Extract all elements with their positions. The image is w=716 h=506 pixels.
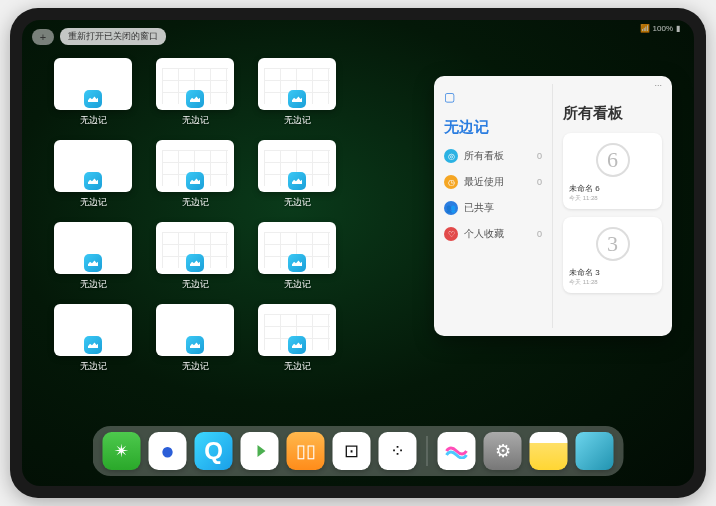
reopen-closed-window-button[interactable]: 重新打开已关闭的窗口 (60, 28, 166, 45)
window-thumbnail[interactable] (156, 58, 234, 110)
panel-sidebar: ▢ 无边记 ◎所有看板0◷最近使用0👥已共享♡个人收藏0 (434, 84, 553, 328)
board-card[interactable]: 6未命名 6今天 11:28 (563, 133, 662, 209)
ipad-screen: 📶 100% ▮ + 重新打开已关闭的窗口 无边记无边记无边记无边记无边记无边记… (22, 20, 694, 486)
new-window-button[interactable]: + (32, 29, 54, 45)
nav-icon: ♡ (444, 227, 458, 241)
app-window[interactable]: 无边记 (152, 140, 238, 212)
nav-count: 0 (537, 229, 542, 239)
window-label: 无边记 (182, 360, 209, 373)
sidebar-item[interactable]: ◎所有看板0 (444, 149, 542, 163)
board-name: 未命名 3 (569, 267, 656, 278)
panel-content: 所有看板 6未命名 6今天 11:283未命名 3今天 11:28 (553, 84, 672, 328)
window-label: 无边记 (80, 114, 107, 127)
window-thumbnail[interactable] (54, 304, 132, 356)
nav-label: 个人收藏 (464, 227, 504, 241)
window-thumbnail[interactable] (156, 304, 234, 356)
nav-count: 0 (537, 177, 542, 187)
nav-label: 已共享 (464, 201, 494, 215)
app-window[interactable]: 无边记 (50, 140, 136, 212)
ipad-frame: 📶 100% ▮ + 重新打开已关闭的窗口 无边记无边记无边记无边记无边记无边记… (10, 8, 706, 498)
nav-icon: ◷ (444, 175, 458, 189)
window-thumbnail[interactable] (54, 222, 132, 274)
window-thumbnail[interactable] (54, 58, 132, 110)
app-window[interactable]: 无边记 (50, 222, 136, 294)
app-window[interactable]: 无边记 (50, 58, 136, 130)
window-label: 无边记 (182, 196, 209, 209)
window-label: 无边记 (284, 360, 311, 373)
app-window[interactable]: 无边记 (254, 140, 340, 212)
qqbrowser-icon[interactable]: Q (195, 432, 233, 470)
dice-icon[interactable]: ⊡ (333, 432, 371, 470)
panel-right-title: 所有看板 (563, 104, 662, 123)
freeform-app-badge-icon (186, 336, 204, 354)
app-window[interactable]: 无边记 (152, 222, 238, 294)
window-label: 无边记 (182, 114, 209, 127)
window-thumbnail[interactable] (54, 140, 132, 192)
freeform-app-badge-icon (84, 90, 102, 108)
window-thumbnail[interactable] (258, 58, 336, 110)
freeform-app-badge-icon (288, 336, 306, 354)
board-name: 未命名 6 (569, 183, 656, 194)
status-bar: 📶 100% ▮ (640, 24, 680, 33)
freeform-app-badge-icon (84, 336, 102, 354)
window-label: 无边记 (182, 278, 209, 291)
app-library-icon[interactable] (576, 432, 614, 470)
nav-label: 最近使用 (464, 175, 504, 189)
window-label: 无边记 (284, 278, 311, 291)
freeform-app-badge-icon (84, 254, 102, 272)
window-thumbnail[interactable] (156, 140, 234, 192)
freeform-app-badge-icon (84, 172, 102, 190)
freeform-app-badge-icon (186, 254, 204, 272)
notes-icon[interactable] (530, 432, 568, 470)
dock-separator (427, 436, 428, 466)
sidebar-item[interactable]: 👥已共享 (444, 201, 542, 215)
sidebar-item[interactable]: ◷最近使用0 (444, 175, 542, 189)
battery-text: 100% (653, 24, 673, 33)
app-switcher-grid: 无边记无边记无边记无边记无边记无边记无边记无边记无边记无边记无边记无边记 (50, 58, 340, 376)
window-label: 无边记 (80, 196, 107, 209)
battery-icon: ▮ (676, 24, 680, 33)
sidebar-item[interactable]: ♡个人收藏0 (444, 227, 542, 241)
wifi-icon: 📶 (640, 24, 650, 33)
board-time: 今天 11:28 (569, 278, 656, 287)
board-preview: 6 (596, 143, 630, 177)
freeform-app-badge-icon (186, 172, 204, 190)
freeform-app-panel[interactable]: ··· ▢ 无边记 ◎所有看板0◷最近使用0👥已共享♡个人收藏0 所有看板 6未… (434, 76, 672, 336)
freeform-app-badge-icon (288, 254, 306, 272)
nav-icon: ◎ (444, 149, 458, 163)
window-label: 无边记 (284, 196, 311, 209)
window-thumbnail[interactable] (156, 222, 234, 274)
window-thumbnail[interactable] (258, 140, 336, 192)
books-icon[interactable]: ▯▯ (287, 432, 325, 470)
game-icon[interactable]: ⁘ (379, 432, 417, 470)
nav-icon: 👥 (444, 201, 458, 215)
quark-icon[interactable]: ● (149, 432, 187, 470)
app-window[interactable]: 无边记 (50, 304, 136, 376)
window-label: 无边记 (284, 114, 311, 127)
freeform-app-badge-icon (186, 90, 204, 108)
board-preview: 3 (596, 227, 630, 261)
board-time: 今天 11:28 (569, 194, 656, 203)
window-label: 无边记 (80, 278, 107, 291)
freeform-app-badge-icon (288, 172, 306, 190)
more-icon[interactable]: ··· (654, 80, 662, 90)
nav-label: 所有看板 (464, 149, 504, 163)
app-window[interactable]: 无边记 (152, 58, 238, 130)
sidebar-toggle-icon[interactable]: ▢ (444, 90, 542, 104)
settings-icon[interactable]: ⚙ (484, 432, 522, 470)
top-controls: + 重新打开已关闭的窗口 (32, 28, 166, 45)
window-thumbnail[interactable] (258, 222, 336, 274)
app-window[interactable]: 无边记 (254, 222, 340, 294)
wechat-icon[interactable]: ✴ (103, 432, 141, 470)
app-window[interactable]: 无边记 (254, 304, 340, 376)
app-window[interactable]: 无边记 (254, 58, 340, 130)
window-thumbnail[interactable] (258, 304, 336, 356)
freeform-icon[interactable] (438, 432, 476, 470)
dock: ✴●Q▯▯⊡⁘⚙ (93, 426, 624, 476)
app-window[interactable]: 无边记 (152, 304, 238, 376)
nav-count: 0 (537, 151, 542, 161)
window-label: 无边记 (80, 360, 107, 373)
play-icon[interactable] (241, 432, 279, 470)
freeform-app-badge-icon (288, 90, 306, 108)
board-card[interactable]: 3未命名 3今天 11:28 (563, 217, 662, 293)
